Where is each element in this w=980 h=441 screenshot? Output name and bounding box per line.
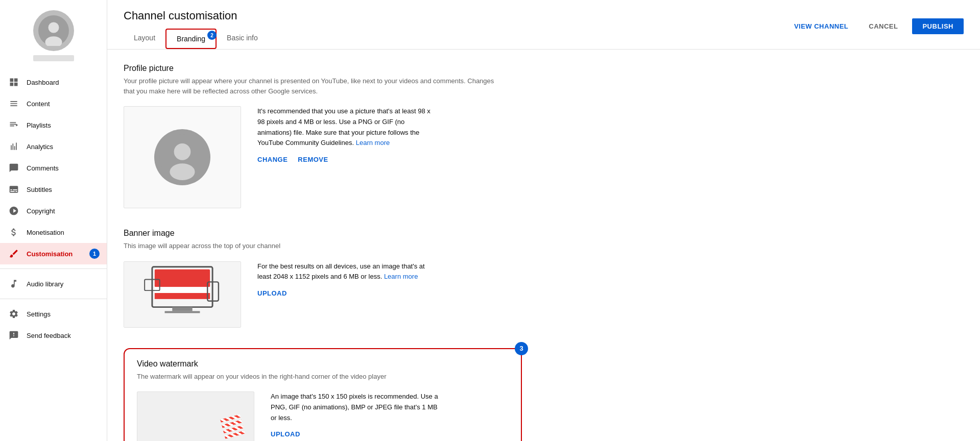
settings-label: Settings bbox=[27, 310, 51, 318]
brush-icon bbox=[8, 248, 19, 259]
watermark-body: ⏮ ▶ 🔊 ⚙ ⊡ ⛶ An ima bbox=[137, 391, 509, 441]
tab-basic-info[interactable]: Basic info bbox=[217, 29, 268, 49]
comment-icon bbox=[8, 162, 19, 174]
dollar-icon bbox=[8, 227, 19, 238]
profile-remove-button[interactable]: REMOVE bbox=[298, 156, 328, 163]
profile-picture-desc: Your profile picture will appear where y… bbox=[124, 76, 507, 96]
page-title-area: Channel customisation Layout Branding 2 … bbox=[124, 9, 268, 49]
sidebar-item-customisation[interactable]: Customisation 1 bbox=[0, 243, 107, 264]
profile-picture-body: It's recommended that you use a picture … bbox=[124, 106, 602, 208]
banner-image-title: Banner image bbox=[124, 229, 602, 238]
banner-image-desc: This image will appear across the top of… bbox=[124, 241, 507, 251]
sidebar-item-subtitles[interactable]: Subtitles bbox=[0, 179, 107, 200]
watermark-preview: ⏮ ▶ 🔊 ⚙ ⊡ ⛶ bbox=[137, 391, 254, 441]
view-channel-button[interactable]: VIEW CHANNEL bbox=[788, 18, 854, 34]
divider bbox=[0, 268, 107, 269]
profile-picture-title: Profile picture bbox=[124, 64, 602, 73]
divider-2 bbox=[0, 299, 107, 299]
copyright-icon bbox=[8, 205, 19, 216]
sidebar-item-label: Comments bbox=[27, 164, 59, 172]
svg-rect-8 bbox=[155, 287, 210, 293]
sidebar-item-label: Audio library bbox=[27, 280, 63, 288]
sidebar-item-label: Playlists bbox=[27, 121, 51, 129]
sidebar-item-label: Copyright bbox=[27, 207, 55, 215]
video-watermark-section: Video watermark The watermark will appea… bbox=[124, 348, 522, 442]
banner-info-text: For the best results on all devices, use… bbox=[257, 261, 431, 283]
sidebar-item-dashboard[interactable]: Dashboard bbox=[0, 71, 107, 93]
svg-rect-7 bbox=[155, 269, 210, 286]
customisation-badge: 1 bbox=[89, 249, 100, 259]
sidebar-item-label: Subtitles bbox=[27, 186, 52, 193]
sidebar-item-label: Analytics bbox=[27, 143, 53, 151]
page-title: Channel customisation bbox=[124, 9, 268, 22]
header-actions: VIEW CHANNEL CANCEL PUBLISH bbox=[788, 18, 964, 40]
profile-change-button[interactable]: CHANGE bbox=[257, 156, 288, 163]
content-area: Profile picture Your profile picture wil… bbox=[107, 50, 618, 441]
bar-chart-icon bbox=[8, 141, 19, 152]
sidebar-item-send-feedback[interactable]: Send feedback bbox=[0, 325, 107, 346]
play-icon bbox=[8, 98, 19, 109]
grid-icon bbox=[8, 77, 19, 88]
sidebar-item-audio-library[interactable]: Audio library bbox=[0, 273, 107, 295]
svg-rect-9 bbox=[155, 293, 210, 299]
sidebar-item-label: Dashboard bbox=[27, 79, 59, 86]
sidebar-item-monetisation[interactable]: Monetisation bbox=[0, 222, 107, 243]
profile-picture-section: Profile picture Your profile picture wil… bbox=[124, 64, 602, 208]
profile-learn-more-link[interactable]: Learn more bbox=[356, 139, 390, 146]
tabs: Layout Branding 2 Basic info bbox=[124, 29, 268, 49]
sidebar: Dashboard Content Playlists Analytics bbox=[0, 0, 107, 441]
watermark-title: Video watermark bbox=[137, 359, 509, 369]
tab-layout[interactable]: Layout bbox=[124, 29, 165, 49]
banner-learn-more-link[interactable]: Learn more bbox=[384, 273, 418, 280]
sidebar-item-comments[interactable]: Comments bbox=[0, 157, 107, 179]
banner-image-section: Banner image This image will appear acro… bbox=[124, 229, 602, 328]
sidebar-item-label: Content bbox=[27, 100, 50, 108]
svg-rect-11 bbox=[172, 307, 192, 311]
avatar bbox=[33, 10, 74, 51]
watermark-desc: The watermark will appear on your videos… bbox=[137, 372, 509, 382]
top-header: Channel customisation Layout Branding 2 … bbox=[107, 0, 980, 50]
sidebar-item-content[interactable]: Content bbox=[0, 93, 107, 114]
channel-name-placeholder bbox=[33, 55, 74, 61]
watermark-stripe-icon bbox=[220, 414, 247, 441]
gear-icon bbox=[8, 308, 19, 320]
profile-image bbox=[154, 129, 210, 185]
cancel-button[interactable]: CANCEL bbox=[863, 18, 904, 34]
svg-point-1 bbox=[48, 22, 59, 33]
branding-badge: 2 bbox=[207, 31, 217, 40]
tab-branding[interactable]: Branding 2 bbox=[165, 29, 217, 49]
profile-info-text: It's recommended that you use a picture … bbox=[257, 106, 431, 149]
profile-action-links: CHANGE REMOVE bbox=[257, 156, 431, 163]
watermark-info: An image that's 150 x 150 pixels is reco… bbox=[271, 391, 444, 438]
watermark-badge: 3 bbox=[515, 342, 528, 355]
banner-action-links: UPLOAD bbox=[257, 289, 431, 297]
sidebar-item-playlists[interactable]: Playlists bbox=[0, 114, 107, 136]
watermark-info-text: An image that's 150 x 150 pixels is reco… bbox=[271, 391, 444, 423]
banner-image-info: For the best results on all devices, use… bbox=[257, 261, 431, 298]
svg-point-5 bbox=[170, 163, 195, 180]
send-feedback-label: Send feedback bbox=[27, 332, 71, 339]
sidebar-item-settings[interactable]: Settings bbox=[0, 303, 107, 325]
svg-rect-12 bbox=[165, 311, 200, 313]
banner-image-body: For the best results on all devices, use… bbox=[124, 261, 602, 328]
music-icon bbox=[8, 278, 19, 289]
list-icon bbox=[8, 119, 19, 131]
svg-point-4 bbox=[174, 143, 191, 160]
feedback-icon bbox=[8, 330, 19, 341]
banner-image-preview bbox=[124, 261, 241, 328]
sidebar-nav: Dashboard Content Playlists Analytics bbox=[0, 71, 107, 346]
banner-upload-button[interactable]: UPLOAD bbox=[257, 289, 287, 297]
sidebar-item-analytics[interactable]: Analytics bbox=[0, 136, 107, 157]
watermark-action-links: UPLOAD bbox=[271, 430, 444, 438]
sidebar-item-copyright[interactable]: Copyright bbox=[0, 200, 107, 222]
profile-picture-info: It's recommended that you use a picture … bbox=[257, 106, 431, 163]
sidebar-item-label: Monetisation bbox=[27, 229, 64, 236]
publish-button[interactable]: PUBLISH bbox=[912, 18, 964, 34]
sidebar-item-label: Customisation bbox=[27, 250, 73, 258]
main-content: Channel customisation Layout Branding 2 … bbox=[107, 0, 980, 441]
watermark-upload-button[interactable]: UPLOAD bbox=[271, 430, 300, 438]
profile-picture-preview bbox=[124, 106, 241, 208]
subtitles-icon bbox=[8, 184, 19, 195]
